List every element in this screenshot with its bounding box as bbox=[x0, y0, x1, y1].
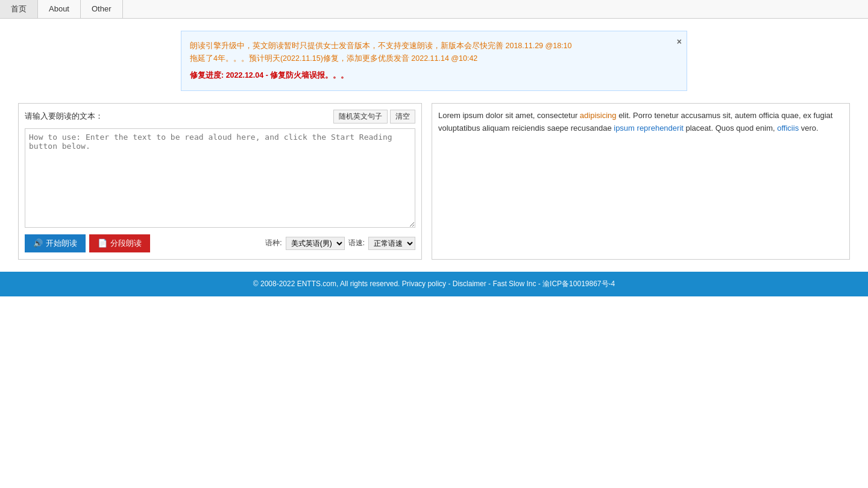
speed-select[interactable]: 正常语速 慢速 快速 bbox=[368, 237, 415, 250]
sample-text-vero: vero. bbox=[799, 124, 819, 133]
clear-button[interactable]: 清空 bbox=[390, 110, 415, 124]
notice-wrapper: × 朗读引擎升级中，英文朗读暂时只提供女士发音版本，不支持变速朗读，新版本会尽快… bbox=[0, 19, 868, 97]
notice-box: × 朗读引擎升级中，英文朗读暂时只提供女士发音版本，不支持变速朗读，新版本会尽快… bbox=[181, 31, 687, 91]
right-panel: Lorem ipsum dolor sit amet, consectetur … bbox=[432, 103, 850, 260]
speaker-icon: 🔊 bbox=[33, 239, 43, 248]
footer: © 2008-2022 ENTTS.com, All rights reserv… bbox=[0, 272, 868, 296]
sample-text-ipsum: ipsum bbox=[614, 124, 635, 133]
voice-select[interactable]: 美式英语(男) 美式英语(女) 英式英语(男) 英式英语(女) bbox=[286, 237, 345, 250]
notice-line3: 修复进度: 2022.12.04 - 修复防火墙误报。。。 bbox=[190, 69, 668, 82]
close-icon[interactable]: × bbox=[677, 35, 682, 49]
header-buttons: 随机英文句子 清空 bbox=[333, 110, 415, 124]
paragraph-reading-button[interactable]: 📄 分段朗读 bbox=[89, 234, 150, 252]
tab-other[interactable]: Other bbox=[81, 0, 123, 18]
main-content: 请输入要朗读的文本： 随机英文句子 清空 🔊 开始朗读 📄 分段朗读 语种: bbox=[0, 97, 868, 266]
sample-text-part-1: Lorem ipsum dolor sit amet, consectetur bbox=[438, 111, 580, 120]
start-reading-button[interactable]: 🔊 开始朗读 bbox=[25, 234, 86, 252]
action-row: 🔊 开始朗读 📄 分段朗读 语种: 美式英语(男) 美式英语(女) 英式英语(男… bbox=[25, 234, 415, 252]
random-sentence-button[interactable]: 随机英文句子 bbox=[333, 110, 388, 124]
tab-home[interactable]: 首页 bbox=[0, 0, 38, 18]
paragraph-icon: 📄 bbox=[98, 239, 107, 248]
text-input-label: 请输入要朗读的文本： bbox=[25, 111, 103, 122]
sample-text-reprehenderit: reprehenderit bbox=[637, 124, 684, 133]
sample-text: Lorem ipsum dolor sit amet, consectetur … bbox=[438, 110, 843, 135]
voice-label: 语种: bbox=[265, 238, 281, 248]
sample-text-adipisicing: adipisicing bbox=[580, 111, 617, 120]
notice-line1: 朗读引擎升级中，英文朗读暂时只提供女士发音版本，不支持变速朗读，新版本会尽快完善… bbox=[190, 40, 668, 52]
sample-text-part-7: placeat. Quos quod enim, bbox=[684, 124, 777, 133]
sample-text-officiis: officiis bbox=[777, 124, 799, 133]
speed-label: 语速: bbox=[348, 238, 365, 248]
nav-bar: 首页 About Other bbox=[0, 0, 868, 19]
left-panel: 请输入要朗读的文本： 随机英文句子 清空 🔊 开始朗读 📄 分段朗读 语种: bbox=[18, 103, 422, 260]
start-reading-label: 开始朗读 bbox=[46, 238, 77, 249]
notice-line2: 拖延了4年。。。预计明天(2022.11.15)修复，添加更多优质发音 2022… bbox=[190, 52, 668, 65]
text-input[interactable] bbox=[25, 128, 415, 228]
left-panel-header: 请输入要朗读的文本： 随机英文句子 清空 bbox=[25, 110, 415, 124]
footer-text: © 2008-2022 ENTTS.com, All rights reserv… bbox=[253, 280, 615, 288]
voice-options: 语种: 美式英语(男) 美式英语(女) 英式英语(男) 英式英语(女) 语速: … bbox=[265, 237, 415, 250]
paragraph-reading-label: 分段朗读 bbox=[110, 238, 142, 249]
action-buttons: 🔊 开始朗读 📄 分段朗读 bbox=[25, 234, 150, 252]
tab-about[interactable]: About bbox=[38, 0, 81, 18]
